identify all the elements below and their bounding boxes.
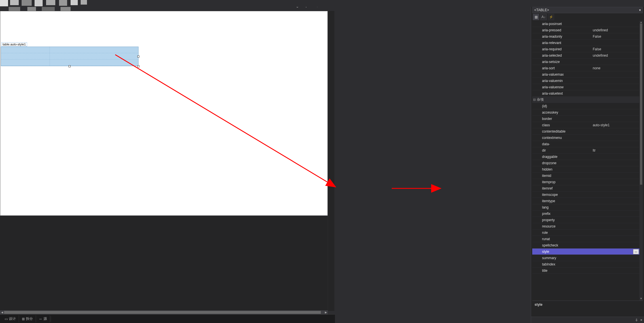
property-row-lang[interactable]: lang [532,204,639,211]
view-tab-design[interactable]: ▭ 设计 [2,315,19,322]
view-tab-split[interactable]: ⊞ 拆分 [19,315,36,322]
property-row-ariavaluenow[interactable]: aria-valuenow [532,84,639,90]
resize-handle-s[interactable] [69,65,71,67]
property-row-id[interactable]: (id) [532,103,639,109]
scroll-left-arrow-icon[interactable]: ◀ [0,310,4,314]
property-row-ariavaluemin[interactable]: aria-valuemin [532,78,639,84]
events-button[interactable]: ⚡ [548,14,554,20]
object-selector-dropdown[interactable]: <TABLE> ▾ [532,7,643,13]
view-tab-source[interactable]: ↔ 源 [36,315,50,322]
property-value[interactable]: none [591,66,639,70]
property-category-row[interactable]: ⊟杂项 [532,97,639,103]
footer-pin-icon[interactable]: ⇩ [635,318,638,322]
resize-handle-se[interactable] [137,65,139,67]
property-row-style[interactable]: style... [532,249,639,255]
property-key: style [541,250,591,254]
property-row-itemtype[interactable]: itemtype [532,198,639,204]
categorized-view-button[interactable]: ▦ [533,14,539,20]
property-row-ariasort[interactable]: aria-sortnone [532,65,639,71]
property-key: role [541,231,591,235]
scroll-right-arrow-icon[interactable]: ▶ [324,310,328,314]
property-row-hidden[interactable]: hidden [532,166,639,173]
scrollbar-thumb[interactable] [4,311,321,314]
view-tabs: ▭ 设计 ⊞ 拆分 ↔ 源 [0,314,335,323]
property-row-dropzone[interactable]: dropzone [532,160,639,166]
property-row-accesskey[interactable]: accesskey [532,109,639,116]
property-row-draggable[interactable]: draggable [532,154,639,160]
property-key: itemref [541,186,591,190]
property-key: aria-required [541,47,591,51]
property-row-itemid[interactable]: itemid [532,173,639,179]
property-key: lang [541,205,591,209]
property-key: itemid [541,174,591,178]
alphabetical-icon: A↓ [541,15,545,19]
property-value[interactable]: undefined [591,53,639,58]
alphabetical-view-button[interactable]: A↓ [540,14,547,20]
property-row-contextmenu[interactable]: contextmenu [532,135,639,141]
property-row-summary[interactable]: summary [532,255,639,261]
table-row[interactable] [1,47,138,53]
property-value[interactable]: ltr [591,148,639,152]
property-row-runat[interactable]: runat [532,236,639,242]
scrollbar-thumb[interactable] [640,24,642,185]
selected-table[interactable] [1,47,139,66]
scroll-down-arrow-icon[interactable]: ▼ [639,297,643,301]
property-value[interactable]: False [591,47,639,51]
property-row-dir[interactable]: dirltr [532,147,639,154]
property-row-data[interactable]: data- [532,141,639,147]
property-key: contextmenu [541,136,591,140]
table-row[interactable] [1,60,138,66]
selection-tag[interactable]: table.auto-style1 [1,42,27,47]
vertical-scrollbar[interactable]: ▲ ▼ [639,21,643,301]
property-key: tabIndex [541,262,591,266]
resize-handle-e[interactable] [137,56,139,58]
property-value[interactable]: auto-style1 [591,123,639,127]
property-row-itemscope[interactable]: itemscope [532,192,639,198]
property-row-itemref[interactable]: itemref [532,185,639,192]
tab-divider [51,316,51,322]
table-row[interactable] [1,53,138,60]
property-row-contenteditable[interactable]: contenteditable [532,128,639,135]
property-row-property[interactable]: property [532,217,639,223]
property-row-ariaposinset[interactable]: aria-posinset [532,21,639,27]
property-row-border[interactable]: border [532,116,639,122]
property-key: aria-valuemin [541,79,591,83]
property-row-resource[interactable]: resource [532,223,639,230]
property-row-ariavaluetext[interactable]: aria-valuetext [532,90,639,97]
property-key: data- [541,142,591,146]
footer-close-icon[interactable]: × [640,318,642,322]
design-surface[interactable]: table.auto-style1 [0,11,328,216]
property-row-role[interactable]: role [532,230,639,236]
design-view-icon: ▭ [5,317,8,321]
property-row-class[interactable]: classauto-style1 [532,122,639,128]
designer-gutter [328,11,334,311]
property-key: border [541,117,591,121]
property-value[interactable]: False [591,35,639,39]
property-row-spellcheck[interactable]: spellcheck [532,242,639,249]
view-tab-label: 源 [43,316,47,321]
property-description-title: style [535,303,641,307]
property-key: aria-valuenow [541,85,591,89]
property-row-title[interactable]: title [532,267,639,274]
property-row-ariaselected[interactable]: aria-selectedundefined [532,52,639,59]
property-ellipsis-button[interactable]: ... [633,249,639,254]
property-row-prefix[interactable]: prefix [532,211,639,217]
property-row-ariareadonly[interactable]: aria-readonlyFalse [532,33,639,40]
property-row-ariarequired[interactable]: aria-requiredFalse [532,46,639,52]
property-description-pane: style [532,301,643,317]
collapse-icon[interactable]: ⊟ [532,98,536,102]
horizontal-scrollbar[interactable]: ◀ ▶ [0,310,328,314]
property-row-itemprop[interactable]: itemprop [532,179,639,185]
property-key: itemtype [541,199,591,203]
property-key: title [541,269,591,273]
property-key: dir [541,148,591,152]
property-key: aria-readonly [541,35,591,39]
properties-panel-footer: ⇩ × [531,317,644,323]
property-value[interactable]: undefined [591,28,639,32]
column-separator[interactable] [50,47,50,66]
property-row-tabIndex[interactable]: tabIndex [532,261,639,267]
property-row-ariasetsize[interactable]: aria-setsize [532,59,639,65]
property-row-ariapressed[interactable]: aria-pressedundefined [532,27,639,33]
property-row-ariavaluemax[interactable]: aria-valuemax [532,71,639,78]
property-row-ariarelevant[interactable]: aria-relevant [532,40,639,46]
